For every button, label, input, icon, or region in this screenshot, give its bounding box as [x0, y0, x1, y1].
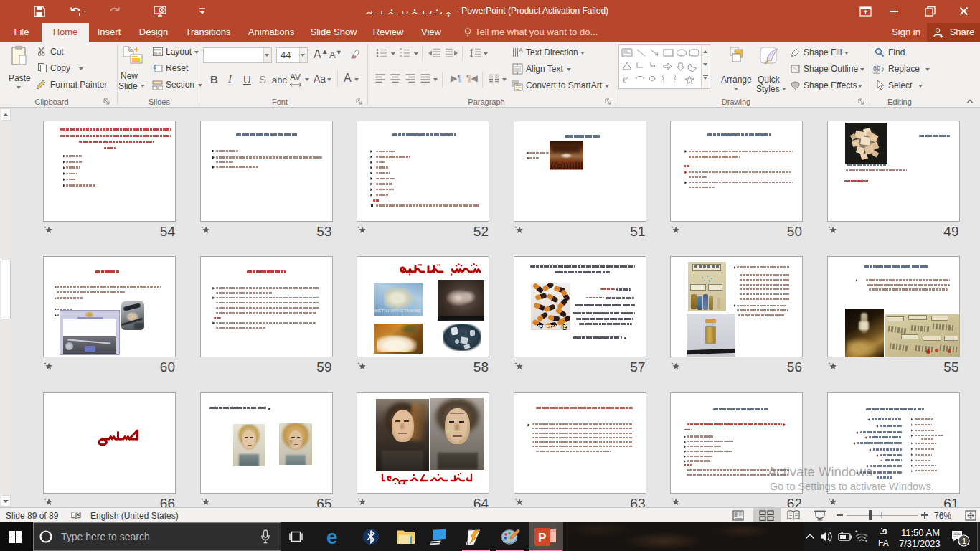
svg-text:P: P: [538, 531, 546, 545]
svg-text:*: *: [855, 530, 858, 536]
svg-text:ac: ac: [873, 68, 880, 74]
svg-text:1: 1: [962, 537, 966, 545]
svg-text:e: e: [326, 527, 338, 547]
svg-text:A: A: [519, 47, 523, 54]
